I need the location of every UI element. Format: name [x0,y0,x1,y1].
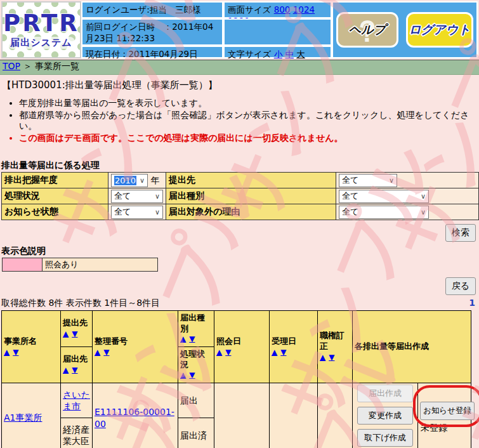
help-button-label: ヘルプ [349,22,386,38]
process-status-label: 処理状況 [2,188,108,204]
current-date-text: 現在日付：2011年04月29日 [81,46,223,58]
exclusion-reason-select[interactable]: 全て ∨ [339,206,429,219]
header-authority-correction: 職権訂正 ▲▼ [318,311,353,383]
exclusion-reason-cell: 全て ∨ [336,204,479,220]
sort-asc-icon[interactable]: ▲ [95,348,100,357]
sort-asc-icon[interactable]: ▲ [180,371,186,379]
screen-size-link-800[interactable]: 800 [274,4,291,15]
sort-asc-icon[interactable]: ▲ [272,348,277,357]
process-status-cell: 全て ∨ [108,188,166,204]
notice-status-cell: 全て ∨ [108,204,166,220]
sort-asc-icon[interactable]: ▲ [216,348,222,357]
font-size-link-large[interactable]: 大 [296,49,305,59]
page-number: 1 [469,298,475,309]
sort-desc-icon[interactable]: ▼ [189,334,195,343]
sort-desc-icon[interactable]: ▼ [13,348,18,357]
fiscal-year-select[interactable]: 2010 ∨ [111,174,148,187]
create-report-button: 届出作成 [357,385,413,402]
ref-no-link[interactable]: E1111106-00001-00 [95,407,174,428]
header-login-info: ログインユーザ:担当 三郎様 前回ログイン日時 ：2011年04月23日 11:… [81,1,223,58]
header-inquiry-date: 照会日 ▲▼ [214,311,270,383]
process-status-value: 全て [114,190,131,202]
header-spacer-cell [223,18,332,46]
authority-correction-cell [318,383,353,448]
inquiry-date-cell [214,383,270,448]
font-size-link-small[interactable]: 小 [274,49,283,59]
breadcrumb-current: 事業所一覧 [35,61,79,71]
office-cell: A1事業所 [2,383,61,448]
font-size-link-medium[interactable]: 中 [285,49,294,59]
header-process-status-label: 処理状況 [180,349,205,369]
report-type-select[interactable]: 全て ∨ [339,190,429,203]
header-display-settings: 画面サイズ 800 1024 1280 文字サイズ 小 中 大 [223,1,332,58]
font-size-row: 文字サイズ 小 中 大 [223,46,332,58]
logout-button-label: ログアウト [409,22,470,38]
create-change-button[interactable]: 変更作成 [357,407,413,425]
notice-register-button[interactable]: お知らせ登録 [420,402,475,420]
chevron-down-icon: ∨ [155,208,160,216]
sort-asc-icon[interactable]: ▲ [63,329,69,338]
page: PRTR 届出システム ログインユーザ:担当 三郎様 前回ログイン日時 ：201… [0,0,479,448]
breadcrumb-separator: ＞ [23,61,32,71]
header-buttons: ？ ヘルプ ログアウト [332,1,478,58]
submit-to-select[interactable]: 全て ∨ [339,174,397,187]
font-size-label: 文字サイズ [228,49,271,59]
chevron-down-icon: ∨ [421,192,426,201]
sort-desc-icon[interactable]: ▼ [225,348,231,357]
notes-list: 年度別排出量等届出の一覧を表示しています。 都道府県等から照会があった場合は「照… [19,98,479,143]
sort-asc-icon[interactable]: ▲ [320,353,325,362]
header-ref-no: 整理番号 ▲▼ [93,311,178,383]
exclusion-reason-label: 届出対象外の理由 [166,204,336,220]
filter-table: 排出把握年度 2010 ∨ 年 提出先 全て ∨ 処理状況 全て [1,172,479,220]
sort-desc-icon[interactable]: ▼ [72,366,77,374]
chevron-down-icon: ∨ [155,192,160,201]
logout-button[interactable]: ログアウト [406,12,473,48]
logo-subtext: 届出システム [8,37,74,49]
legend-label: 照会あり [43,258,157,271]
note-item: 年度別排出量等届出の一覧を表示しています。 [19,98,479,109]
fiscal-year-label: 排出把握年度 [2,173,108,188]
exclusion-reason-value: 全て [342,206,358,218]
header-inquiry-date-label: 照会日 [216,336,241,346]
breadcrumb: TOP ＞ 事業所一覧 [0,60,479,75]
sort-asc-icon[interactable]: ▲ [63,366,69,374]
sort-desc-icon[interactable]: ▼ [72,329,77,338]
fiscal-year-value: 2010 [114,176,136,185]
header-office-label: 事業所名 [4,336,37,346]
process-status-select[interactable]: 全て ∨ [111,190,163,203]
help-button[interactable]: ？ ヘルプ [336,12,398,48]
screen-size-link-1024[interactable]: 1024 [293,4,315,15]
sort-asc-icon[interactable]: ▲ [180,334,186,343]
header-create-label: 各排出量等届出作成 [355,341,429,351]
fiscal-year-cell: 2010 ∨ 年 [108,173,166,188]
back-button[interactable]: 戻る [445,277,476,295]
search-button[interactable]: 検索 [445,224,476,242]
table-row: A1事業所 さいたま市 E1111106-00001-00 届出 届出作成 変更… [2,383,471,418]
logo-text: PRTR [3,11,79,35]
sort-desc-icon[interactable]: ▼ [329,353,334,362]
header-submit-to-label: 提出先 [63,318,88,327]
sort-desc-icon[interactable]: ▼ [103,348,109,357]
office-link[interactable]: A1事業所 [4,412,42,423]
create-buttons-cell: 届出作成 変更作成 取下げ作成 [353,383,418,448]
header-authority-correction-label: 職権訂正 [320,331,344,351]
create-withdrawal-button[interactable]: 取下げ作成 [357,429,413,447]
sort-asc-icon[interactable]: ▲ [4,348,10,357]
process-status-cell: 届出済 [178,418,214,448]
result-counts: 取得総件数 8件 表示件数 1件目～8件目 [1,298,160,309]
notice-state-text: 未登録 [420,422,469,433]
submit-to-link[interactable]: さいたま市 [63,390,90,411]
breadcrumb-top-link[interactable]: TOP [3,61,20,71]
sort-desc-icon[interactable]: ▼ [189,371,195,379]
last-login-text: 前回ログイン日時 ：2011年04月23日 11:22:33 [81,18,223,46]
login-user-text: ログインユーザ:担当 三郎様 [81,1,223,18]
notify-to-cell: 経済産業大臣 [61,418,93,448]
sort-desc-icon[interactable]: ▼ [280,348,286,357]
prtr-logo: PRTR 届出システム [1,1,81,58]
demo-warning-text: この画面はデモ画面です。ここでの処理は実際の届出には一切反映されません。 [19,133,479,144]
notice-status-select[interactable]: 全て ∨ [111,206,163,219]
header-accept-date: 受理日 ▲▼ [270,311,318,383]
header-submit-to: 提出先 ▲▼ [61,311,93,347]
page-title: 【HTD30001:排出量等届出処理（事業所一覧）】 [2,79,478,91]
result-summary: 取得総件数 8件 表示件数 1件目～8件目 1 [1,298,475,309]
